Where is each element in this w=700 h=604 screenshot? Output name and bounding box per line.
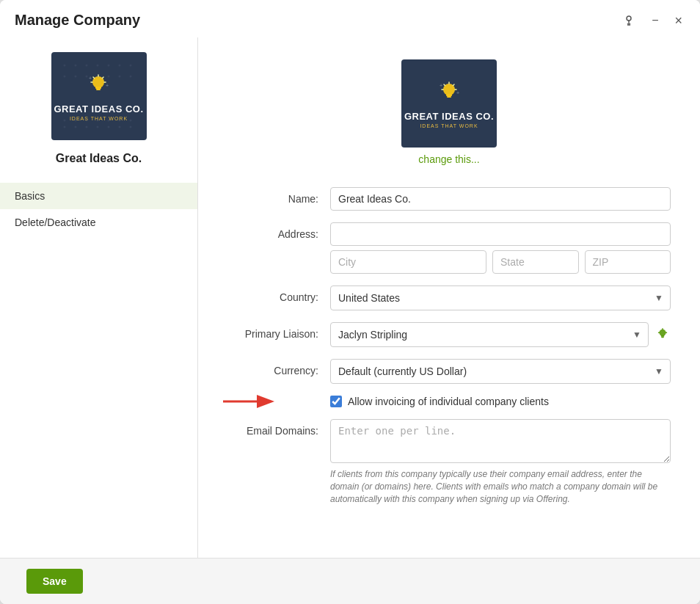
- sidebar-logo: + + GREAT IDEAS CO. IDEAS THAT WORK: [51, 52, 147, 140]
- name-row: Name:: [227, 187, 671, 211]
- svg-point-5: [74, 65, 76, 67]
- svg-point-9: [118, 65, 120, 67]
- modal-title: Manage Company: [15, 12, 140, 29]
- currency-select[interactable]: Default (currently US Dollar) US Dollar …: [330, 359, 671, 384]
- country-field: United States Canada United Kingdom Aust…: [330, 285, 671, 310]
- svg-text:+: +: [106, 83, 109, 88]
- email-domains-label: Email Domains:: [227, 419, 330, 437]
- svg-point-4: [63, 65, 65, 67]
- sidebar-logo-inner: + + GREAT IDEAS CO. IDEAS THAT WORK: [54, 71, 143, 121]
- sidebar-nav: Basics Delete/Deactivate: [0, 183, 197, 236]
- liaison-row-inner: Jaclyn Stripling Other ▼: [330, 322, 671, 347]
- svg-point-52: [659, 330, 666, 336]
- save-button[interactable]: Save: [26, 569, 83, 594]
- save-bar: Save: [0, 558, 700, 604]
- svg-rect-54: [661, 337, 664, 338]
- city-input[interactable]: [330, 250, 486, 274]
- svg-rect-33: [95, 87, 101, 89]
- address-label: Address:: [227, 222, 330, 240]
- invoicing-checkbox[interactable]: [330, 396, 342, 407]
- sidebar-company-title: Great Ideas Co.: [56, 152, 142, 165]
- liaison-label: Primary Liaison:: [227, 322, 330, 340]
- lightbulb-button[interactable]: [619, 12, 638, 29]
- svg-point-28: [96, 126, 98, 128]
- liaison-bulb-icon[interactable]: [655, 327, 671, 343]
- svg-line-38: [93, 77, 95, 79]
- main-logo-company-name: GREAT IDEAS CO.: [404, 111, 494, 122]
- sidebar: + + GREAT IDEAS CO. IDEAS THAT WORK Grea…: [0, 37, 198, 558]
- minimize-button[interactable]: −: [649, 13, 661, 28]
- email-domains-field: If clients from this company typically u…: [330, 419, 671, 505]
- svg-rect-53: [661, 335, 665, 337]
- logo-bulb-icon: + +: [85, 71, 112, 98]
- address-input[interactable]: [330, 222, 671, 246]
- invoicing-field: Allow invoicing of individual company cl…: [330, 396, 671, 407]
- city-state-zip-row: [330, 250, 671, 274]
- email-domains-textarea[interactable]: [330, 419, 671, 463]
- currency-select-wrapper: Default (currently US Dollar) US Dollar …: [330, 359, 671, 384]
- country-select-wrapper: United States Canada United Kingdom Aust…: [330, 285, 671, 310]
- invoicing-checkbox-row: Allow invoicing of individual company cl…: [330, 396, 671, 407]
- invoicing-checkbox-label: Allow invoicing of individual company cl…: [348, 396, 549, 407]
- country-row: Country: United States Canada United Kin…: [227, 285, 671, 310]
- minimize-icon: −: [652, 15, 658, 26]
- liaison-field: Jaclyn Stripling Other ▼: [330, 322, 671, 347]
- main-logo-bulb-icon: + +: [436, 79, 462, 105]
- svg-point-31: [129, 126, 131, 128]
- sidebar-logo-tagline: IDEAS THAT WORK: [70, 116, 128, 121]
- change-logo-link[interactable]: change this...: [418, 153, 479, 165]
- svg-text:+: +: [89, 76, 92, 81]
- main-logo: + + GREAT IDEAS CO. IDEAS THAT WORK: [401, 59, 497, 148]
- lightbulb-icon: [622, 14, 635, 27]
- name-field: [330, 187, 671, 211]
- red-arrow-indicator: [220, 391, 279, 412]
- name-input[interactable]: [330, 187, 671, 211]
- svg-point-27: [85, 126, 87, 128]
- liaison-row: Primary Liaison: Jaclyn Stripling Other …: [227, 322, 671, 347]
- svg-point-0: [627, 16, 631, 21]
- svg-point-26: [74, 126, 76, 128]
- svg-point-6: [85, 65, 87, 67]
- svg-point-25: [63, 126, 65, 128]
- state-input[interactable]: [492, 250, 579, 274]
- svg-text:+: +: [440, 83, 442, 88]
- country-select[interactable]: United States Canada United Kingdom Aust…: [330, 285, 671, 310]
- currency-row: Currency: Default (currently US Dollar) …: [227, 359, 671, 384]
- svg-text:+: +: [456, 90, 459, 95]
- svg-point-30: [118, 126, 120, 128]
- currency-field: Default (currently US Dollar) US Dollar …: [330, 359, 671, 384]
- country-label: Country:: [227, 285, 330, 303]
- title-bar-actions: − ×: [619, 12, 685, 29]
- liaison-select-wrapper: Jaclyn Stripling Other ▼: [330, 322, 649, 347]
- address-field: [330, 222, 671, 274]
- close-button[interactable]: ×: [671, 12, 685, 29]
- zip-input[interactable]: [585, 250, 671, 274]
- company-form: Name: Address:: [227, 187, 671, 505]
- modal-body: + + GREAT IDEAS CO. IDEAS THAT WORK Grea…: [0, 37, 700, 558]
- close-icon: ×: [674, 14, 682, 27]
- red-arrow-icon: [220, 391, 279, 412]
- svg-line-39: [103, 77, 104, 79]
- sidebar-item-basics[interactable]: Basics: [0, 183, 197, 209]
- sidebar-item-delete-deactivate[interactable]: Delete/Deactivate: [0, 209, 197, 236]
- currency-label: Currency:: [227, 359, 330, 376]
- invoicing-row: Allow invoicing of individual company cl…: [227, 396, 671, 407]
- svg-rect-43: [446, 94, 452, 96]
- sidebar-logo-company-name: GREAT IDEAS CO.: [54, 103, 143, 114]
- svg-point-7: [96, 65, 98, 67]
- svg-rect-44: [447, 96, 451, 98]
- svg-point-29: [107, 126, 109, 128]
- svg-rect-34: [96, 89, 101, 90]
- title-bar: Manage Company − ×: [0, 0, 700, 37]
- svg-line-48: [444, 84, 445, 86]
- name-label: Name:: [227, 187, 330, 205]
- manage-company-modal: Manage Company − ×: [0, 0, 700, 604]
- main-logo-tagline: IDEAS THAT WORK: [420, 123, 478, 128]
- email-domains-row: Email Domains: If clients from this comp…: [227, 419, 671, 505]
- svg-point-10: [129, 65, 131, 67]
- address-row: Address:: [227, 222, 671, 274]
- logo-preview-area: + + GREAT IDEAS CO. IDEAS THAT WORK chan…: [227, 59, 671, 165]
- svg-point-8: [107, 65, 109, 67]
- svg-line-49: [453, 84, 455, 86]
- liaison-select[interactable]: Jaclyn Stripling Other: [330, 322, 649, 347]
